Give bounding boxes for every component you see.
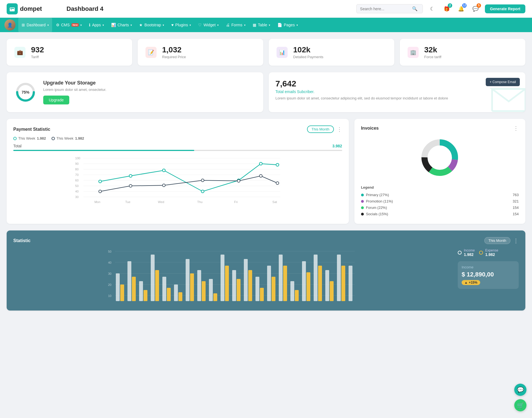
payment-progress-fill <box>13 150 194 151</box>
svg-text:Fri: Fri <box>234 200 238 204</box>
svg-text:30: 30 <box>75 195 78 199</box>
chevron-down-icon-pages: ▾ <box>296 24 298 27</box>
income-legend-item: Income 1.982 <box>458 248 475 257</box>
svg-rect-72 <box>174 284 178 301</box>
nav-item-cms[interactable]: ⚙ CMS New ▾ <box>53 18 85 32</box>
moon-icon-btn[interactable]: ☾ <box>427 4 437 14</box>
stat-card-required-price: 📝 1,032 Required Price <box>138 39 263 66</box>
nav-item-apps[interactable]: ℹ Apps ▾ <box>86 18 107 32</box>
legend-socials-label: Socials (15%) <box>366 212 388 216</box>
gift-badge: 2 <box>448 3 452 8</box>
upgrade-button[interactable]: Upgrade <box>43 96 69 104</box>
svg-rect-82 <box>232 270 236 301</box>
line-chart-svg: 100 90 80 70 60 50 40 30 <box>13 155 342 205</box>
legend-thisweek1-value: 1.982 <box>37 136 46 140</box>
nav-label-plugins: Plugins <box>175 23 188 27</box>
svg-text:Thu: Thu <box>197 200 203 204</box>
svg-text:Sat: Sat <box>272 200 277 204</box>
line-chart-area: 100 90 80 70 60 50 40 30 <box>13 155 342 205</box>
svg-rect-70 <box>162 277 166 301</box>
income-legend-label: Income <box>464 248 475 252</box>
svg-rect-98 <box>325 270 329 301</box>
plugins-icon: ♥ <box>171 23 173 27</box>
nav-label-table: Table <box>258 23 267 27</box>
nav-item-forms[interactable]: 🖨 Forms ▾ <box>222 18 249 32</box>
pages-icon: 📄 <box>277 23 282 27</box>
legend-forum-label: Forum (22%) <box>366 206 387 210</box>
svg-rect-89 <box>272 277 275 301</box>
payment-legend: This Week 1.982 This Week 1.982 <box>13 136 342 140</box>
nav-item-dashboard[interactable]: ⊞ Dashboard ▾ <box>18 18 52 32</box>
gift-icon-btn[interactable]: 🎁 2 <box>442 4 452 14</box>
nav-item-widget[interactable]: ♡ Widget ▾ <box>195 18 222 32</box>
chevron-down-icon-widget: ▾ <box>217 24 219 27</box>
required-price-icon: 📝 <box>144 46 158 59</box>
page-title: Dashboard 4 <box>66 5 352 12</box>
payment-statistic-title: Payment Statistic <box>13 127 50 132</box>
expense-legend-item: Expense 1.982 <box>479 248 498 257</box>
nav-item-plugins[interactable]: ♥ Plugins ▾ <box>168 18 194 32</box>
expense-circle-icon <box>479 251 483 255</box>
svg-rect-84 <box>244 259 248 301</box>
legend-dot-navy <box>52 137 55 140</box>
force-tariff-label: Force tariff <box>424 55 441 59</box>
nav-item-bootstrap[interactable]: ★ Bootstrap ▾ <box>136 18 167 32</box>
legend-item-primary: Primary (27%) 763 <box>361 192 519 198</box>
statistic-this-month-button[interactable]: This Month <box>484 237 510 244</box>
svg-rect-90 <box>279 255 283 301</box>
nav-item-table[interactable]: ▦ Table ▾ <box>249 18 273 32</box>
svg-point-27 <box>99 180 101 183</box>
legend-item-promotion: Promotion (11%) 321 <box>361 198 519 204</box>
svg-rect-94 <box>302 261 306 301</box>
navbar: 👤 ⊞ Dashboard ▾ ⚙ CMS New ▾ ℹ Apps ▾ 📊 C… <box>0 18 532 32</box>
svg-text:50: 50 <box>75 184 78 188</box>
stat-card-force-tariff: 🏢 32k Force tariff <box>400 39 525 66</box>
statistic-more-options-icon[interactable]: ⋮ <box>513 238 519 243</box>
legend-promotion-label: Promotion (11%) <box>366 199 393 203</box>
legend-dot-teal <box>13 137 17 140</box>
total-value: 3.982 <box>332 144 342 148</box>
chevron-down-icon-plugins: ▾ <box>190 24 191 27</box>
nav-item-charts[interactable]: 📊 Charts ▾ <box>108 18 135 32</box>
search-icon[interactable]: 🔍 <box>412 6 418 11</box>
logo: dompet <box>7 3 62 14</box>
invoice-legend-list: Primary (27%) 763 Promotion (11%) 321 Fo… <box>361 192 519 217</box>
chevron-down-icon-cms: ▾ <box>80 24 82 27</box>
email-count: 7,642 <box>275 79 519 88</box>
svg-text:📝: 📝 <box>148 49 154 55</box>
expense-legend-label: Expense <box>485 248 498 252</box>
more-options-icon[interactable]: ⋮ <box>337 127 342 132</box>
legend-thisweek1-label: This Week <box>18 136 35 140</box>
email-desc: Lorem ipsum dolor sit amet, consectetur … <box>275 96 519 100</box>
nav-label-cms: CMS <box>61 23 70 27</box>
logo-text: dompet <box>20 5 42 12</box>
bar-chart-wrap: 50 40 30 20 10 <box>13 248 519 304</box>
legend-item-thisweek2: This Week 1.982 <box>52 136 84 140</box>
svg-rect-83 <box>237 279 241 301</box>
svg-text:Mon: Mon <box>94 200 100 204</box>
nav-item-pages[interactable]: 📄 Pages ▾ <box>274 18 301 32</box>
tariff-value: 932 <box>31 45 44 54</box>
search-input[interactable] <box>360 7 410 11</box>
generate-report-button[interactable]: Generate Report <box>485 4 525 13</box>
invoice-more-options-icon[interactable]: ⋮ <box>513 125 519 131</box>
svg-rect-77 <box>202 281 206 301</box>
svg-rect-66 <box>139 281 143 301</box>
svg-text:60: 60 <box>75 179 78 182</box>
this-month-button[interactable]: This Month <box>307 125 334 133</box>
chat-icon-btn[interactable]: 💬 5 <box>470 4 480 14</box>
svg-point-28 <box>129 175 132 177</box>
svg-rect-68 <box>151 255 155 301</box>
svg-text:70: 70 <box>75 173 78 176</box>
svg-rect-102 <box>349 266 352 301</box>
legend-primary-count: 763 <box>513 193 519 197</box>
svg-rect-92 <box>290 281 294 301</box>
nav-label-bootstrap: Bootstrap <box>144 23 161 27</box>
tariff-icon: 💼 <box>13 46 27 59</box>
bell-icon-btn[interactable]: 🔔 12 <box>456 4 466 14</box>
nav-label-pages: Pages <box>284 23 295 27</box>
svg-rect-99 <box>330 281 334 301</box>
svg-rect-67 <box>144 290 147 301</box>
chevron-down-icon: ▾ <box>47 24 49 27</box>
legend-color-forum <box>361 206 364 209</box>
